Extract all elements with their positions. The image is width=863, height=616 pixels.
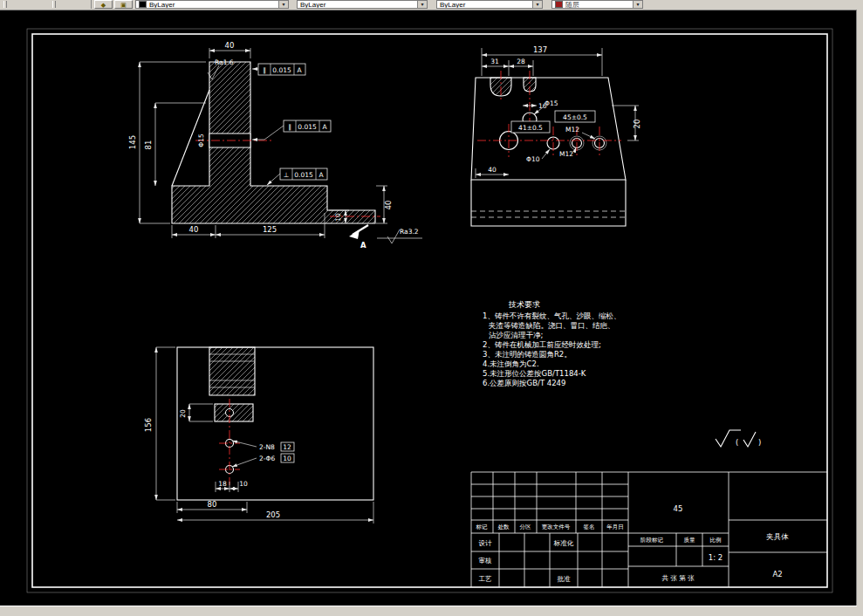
thread-note: M12 (559, 150, 573, 158)
hole-note-depth: 10 (283, 455, 291, 462)
scale-value: 1: 2 (709, 553, 723, 562)
dim-label: 18 (218, 480, 227, 488)
dim-label: 145 (128, 135, 137, 149)
lineweight-control-combo[interactable]: ByLayer ▾ (436, 0, 543, 9)
section-arrow-icon (349, 229, 360, 239)
paren-close: ) (758, 438, 761, 447)
cad-application-window: ◆ ▣ ByLayer ▾ ByLayer ▾ ByLayer ▾ 随层 ▾ (0, 0, 863, 616)
dim-label: 28 (517, 58, 525, 65)
mass-label: 质量 (684, 537, 696, 544)
dim-label: Φ15 (197, 133, 205, 147)
top-plan-view: 137 31 28 16 Φ15 41±0.5 45±0.5 M12 M12 Φ… (471, 45, 641, 226)
layer-tool-icon: ◆ (101, 2, 106, 8)
layer-previous-button[interactable]: ▣ (114, 0, 133, 9)
technical-requirements: 技术要求 1、铸件不许有裂纹、气孔、沙眼、缩松、 夹渣等铸造缺陷。浇口、冒口、结… (483, 300, 620, 387)
fcf-datum: A (322, 123, 327, 131)
chevron-down-icon[interactable]: ▾ (278, 1, 288, 8)
drawing-frame (27, 29, 832, 592)
fcf-datum: A (318, 171, 324, 179)
color-control-combo[interactable]: ByLayer ▾ (135, 0, 289, 9)
role-label-approve: 批准 (558, 575, 572, 583)
roughness-label: Ra1.6 (215, 58, 234, 66)
fcf-symbol: ⊥ (284, 171, 290, 179)
model-space-canvas[interactable]: 40 Ra1.6 ∥ 0.015 A ∥ 0.015 A (0, 10, 857, 606)
toolbar-dock-area (0, 0, 92, 9)
linetype-control-combo[interactable]: ByLayer ▾ (297, 0, 428, 9)
hole-note: 2-N8 (259, 443, 275, 451)
bottom-plan-view: 2-N8 12 2-Φ6 10 18 10 20 156 80 205 (144, 347, 373, 524)
plot-style-control-combo[interactable]: 随层 ▾ (551, 0, 643, 9)
tech-req-line: 2、铸件在机械加工前应经时效处理; (483, 340, 601, 349)
make-object-layer-current-button[interactable]: ◆ (94, 0, 113, 9)
dim-label: 125 (263, 225, 277, 234)
vertical-scrollbar[interactable] (856, 0, 863, 616)
tech-req-line: 1、铸件不许有裂纹、气孔、沙眼、缩松、 (483, 311, 620, 320)
fcf-datum: A (297, 66, 302, 74)
role-label-process: 工艺 (479, 575, 493, 583)
tech-req-title: 技术要求 (508, 300, 540, 309)
drawing-canvas[interactable]: 40 Ra1.6 ∥ 0.015 A ∥ 0.015 A (0, 10, 857, 606)
hole-note: Φ15 (545, 99, 558, 107)
dim-label: 10 (239, 480, 248, 488)
tech-req-line: 沾沙应清理干净; (489, 331, 543, 339)
dim-label: 20 (179, 409, 187, 418)
hole-note: Φ10 (526, 155, 540, 163)
revision-header: 标记 (476, 524, 489, 530)
dim-label: 20 (633, 120, 641, 129)
lineweight-value: ByLayer (440, 1, 465, 9)
material-value: 45 (674, 504, 683, 513)
color-swatch-icon (139, 1, 147, 8)
role-label-check: 审核 (479, 557, 493, 565)
tech-req-line: 4.未注倒角为C2. (483, 359, 539, 368)
revision-header: 处数 (498, 524, 510, 530)
fcf-symbol: ∥ (288, 123, 291, 131)
tolerance-frame: ∥ 0.015 A (252, 64, 305, 75)
fcf-tolerance: 0.015 (272, 66, 291, 74)
tech-req-line: 夹渣等铸造缺陷。浇口、冒口、结疤、 (489, 321, 615, 330)
toolbar-grip[interactable] (3, 1, 7, 8)
paren-open: ( (736, 438, 738, 447)
front-section-view: 40 Ra1.6 ∥ 0.015 A ∥ 0.015 A (128, 41, 422, 250)
dim-label: 31 (490, 58, 499, 65)
toolbar-grip[interactable] (52, 1, 56, 8)
role-label-design: 设计 (479, 539, 493, 547)
roughness-label: Ra3.2 (400, 228, 419, 236)
command-line-edge (0, 606, 857, 616)
dim-label: 40 (384, 201, 393, 210)
fcf-tolerance: 0.015 (294, 171, 313, 179)
dim-label: 205 (266, 510, 280, 519)
revision-header: 年月日 (606, 524, 624, 530)
sheet-size: A2 (772, 570, 782, 578)
dim-label: 40 (488, 166, 497, 174)
chevron-down-icon[interactable]: ▾ (633, 1, 642, 8)
properties-toolbar: ◆ ▣ ByLayer ▾ ByLayer ▾ ByLayer ▾ 随层 ▾ (0, 0, 857, 10)
linetype-value: ByLayer (300, 1, 325, 9)
plot-style-swatch-icon (555, 1, 563, 8)
thread-note: M12 (565, 126, 579, 133)
dim-label: 81 (144, 140, 153, 150)
chevron-down-icon[interactable]: ▾ (417, 1, 427, 8)
section-label: A (360, 241, 366, 250)
scale-label: 比例 (710, 537, 722, 544)
roughness-symbol-icon (743, 432, 756, 447)
part-name: 夹具体 (766, 532, 789, 541)
chevron-down-icon[interactable]: ▾ (532, 1, 542, 8)
dim-label: 156 (144, 418, 153, 432)
hole-note-depth: 12 (283, 443, 291, 451)
tolerance-frame: ∥ 0.015 A (252, 120, 331, 140)
surface-roughness-note: ( ) (716, 430, 761, 447)
dim-label: 45±0.5 (563, 113, 587, 121)
fcf-tolerance: 0.015 (298, 123, 317, 131)
revision-header: 更改文件号 (542, 524, 571, 530)
revision-header: 签名 (584, 524, 595, 530)
sheet-count: 共 张 第 张 (661, 574, 695, 582)
tech-req-line: 5.未注形位公差按GB/T1184-K (483, 369, 586, 378)
dim-label: 40 (189, 225, 199, 234)
layers-icon: ▣ (120, 2, 127, 8)
plot-style-value: 随层 (565, 1, 579, 9)
color-value: ByLayer (149, 1, 175, 9)
dim-label: 40 (225, 41, 235, 50)
title-block: 标记 处数 分区 更改文件号 签名 年月日 设计 标准化 审核 工艺 批准 45… (471, 472, 827, 587)
fcf-symbol: ∥ (263, 66, 266, 74)
stage-mark-label: 阶段标记 (640, 537, 664, 544)
